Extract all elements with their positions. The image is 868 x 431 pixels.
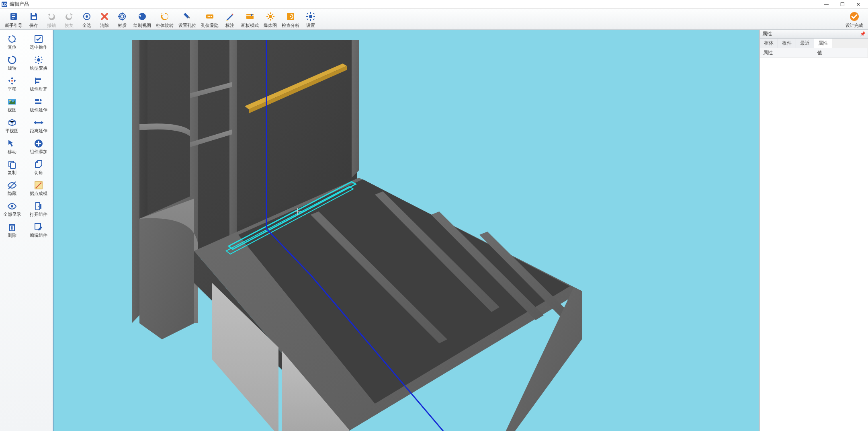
pan-label: 平移: [8, 86, 16, 92]
svg-point-8: [119, 13, 125, 20]
distext-label: 距离延伸: [30, 128, 47, 133]
drawview-button[interactable]: 绘制视图: [131, 10, 154, 29]
material-label: 材质: [118, 22, 127, 29]
sethole-label: 设置孔位: [178, 22, 196, 29]
svg-marker-68: [34, 121, 36, 124]
svg-rect-60: [41, 57, 42, 58]
boardmode-label: 画板模式: [241, 22, 259, 29]
holetoggle-label: 孔位显隐: [201, 22, 219, 29]
cabrotate-icon: [160, 11, 170, 22]
chamfer-icon: [34, 159, 43, 170]
selop-button[interactable]: 选中操作: [24, 31, 53, 52]
tab-板件[interactable]: 板件: [778, 39, 796, 48]
svg-point-52: [37, 58, 40, 62]
sethole-button[interactable]: 设置孔位: [176, 10, 199, 29]
annotate-icon: [225, 11, 235, 22]
opencomp-button[interactable]: 打开组件: [24, 199, 53, 220]
svg-rect-76: [36, 203, 40, 210]
svg-rect-53: [38, 56, 39, 57]
clear-icon: [100, 11, 109, 22]
opencomp-icon: [34, 201, 43, 211]
opencomp-label: 打开组件: [30, 211, 47, 217]
view-button[interactable]: 视图: [0, 94, 24, 115]
move-label: 移动: [8, 149, 16, 154]
undo-button: 撤销: [43, 10, 60, 29]
drawview-icon: [137, 11, 147, 22]
svg-rect-27: [313, 18, 315, 20]
delete-button[interactable]: 删除: [0, 220, 24, 240]
plan-button[interactable]: 平视图: [0, 115, 24, 136]
pointmod-button[interactable]: 据点成模: [24, 178, 53, 199]
svg-point-41: [9, 100, 11, 101]
annotate-button[interactable]: 标注: [221, 10, 239, 29]
svg-rect-25: [313, 16, 315, 17]
minimize-button[interactable]: —: [818, 0, 834, 8]
align-button[interactable]: 板件对齐: [24, 73, 53, 94]
check-button[interactable]: 检查分析: [279, 10, 302, 29]
close-button[interactable]: ✕: [850, 0, 866, 8]
pin-icon[interactable]: 📌: [860, 31, 866, 37]
save-label: 保存: [29, 22, 38, 29]
hide-button[interactable]: 隐藏: [0, 178, 24, 199]
3d-viewport[interactable]: [53, 30, 760, 431]
svg-point-7: [86, 15, 88, 18]
guide-button[interactable]: 新手引导: [2, 10, 25, 29]
boardmode-button[interactable]: 画板模式: [239, 10, 261, 29]
move-icon: [7, 138, 17, 149]
finish-icon: [850, 11, 859, 22]
showall-button[interactable]: 全部显示: [0, 199, 24, 220]
cabrotate-button[interactable]: 柜体旋转: [154, 10, 176, 29]
col-attr: 属性: [760, 48, 814, 57]
chamfer-label: 切角: [34, 170, 43, 175]
editcomp-icon: [34, 222, 43, 232]
milling-label: 铣型变换: [30, 65, 47, 71]
svg-point-10: [139, 13, 146, 20]
svg-marker-36: [8, 80, 10, 82]
cabrotate-label: 柜体旋转: [156, 22, 174, 29]
tab-属性[interactable]: 属性: [814, 39, 832, 48]
clear-button[interactable]: 清除: [96, 10, 113, 29]
panel-title-text: 属性: [762, 31, 772, 37]
svg-rect-65: [35, 103, 41, 104]
showall-icon: [7, 201, 17, 211]
move-button[interactable]: 移动: [0, 136, 24, 157]
editcomp-button[interactable]: 编辑组件: [24, 220, 53, 240]
svg-rect-56: [41, 60, 43, 60]
save-button[interactable]: 保存: [25, 10, 43, 29]
tab-最近[interactable]: 最近: [796, 39, 814, 48]
pan-icon: [7, 76, 17, 86]
furniture-render: [53, 30, 588, 431]
milling-button[interactable]: 铣型变换: [24, 52, 53, 73]
svg-rect-5: [32, 16, 36, 19]
delete-icon: [7, 222, 17, 232]
finish-button[interactable]: 设计完成: [843, 10, 866, 29]
editcomp-label: 编辑组件: [30, 232, 47, 238]
svg-rect-59: [35, 62, 37, 64]
svg-rect-48: [9, 224, 15, 225]
rotate-button[interactable]: 旋转: [0, 52, 24, 73]
material-button[interactable]: 材质: [113, 10, 131, 29]
holetoggle-button[interactable]: 孔位显隐: [199, 10, 221, 29]
pan-button[interactable]: 平移: [0, 73, 24, 94]
svg-marker-89: [352, 40, 359, 178]
reset-button[interactable]: 复位: [0, 31, 24, 52]
hide-icon: [7, 180, 17, 191]
undo-icon: [47, 11, 56, 22]
chamfer-button[interactable]: 切角: [24, 157, 53, 178]
selectall-button[interactable]: 全选: [78, 10, 96, 29]
addcomp-button[interactable]: 组件添加: [24, 136, 53, 157]
copy-button[interactable]: 复制: [0, 157, 24, 178]
svg-point-74: [35, 187, 37, 189]
reset-label: 复位: [8, 44, 16, 50]
maximize-button[interactable]: ❐: [834, 0, 850, 8]
guide-label: 新手引导: [5, 22, 23, 29]
showall-label: 全部显示: [3, 211, 21, 217]
explode-button[interactable]: 爆炸图: [261, 10, 279, 29]
check-label: 检查分析: [282, 22, 299, 29]
annotate-label: 标注: [225, 22, 234, 29]
tab-柜体[interactable]: 柜体: [760, 39, 778, 48]
explode-icon: [266, 11, 275, 22]
distext-button[interactable]: 距离延伸: [24, 115, 53, 136]
extend-button[interactable]: 板件延伸: [24, 94, 53, 115]
settings-button[interactable]: 设置: [302, 10, 319, 29]
